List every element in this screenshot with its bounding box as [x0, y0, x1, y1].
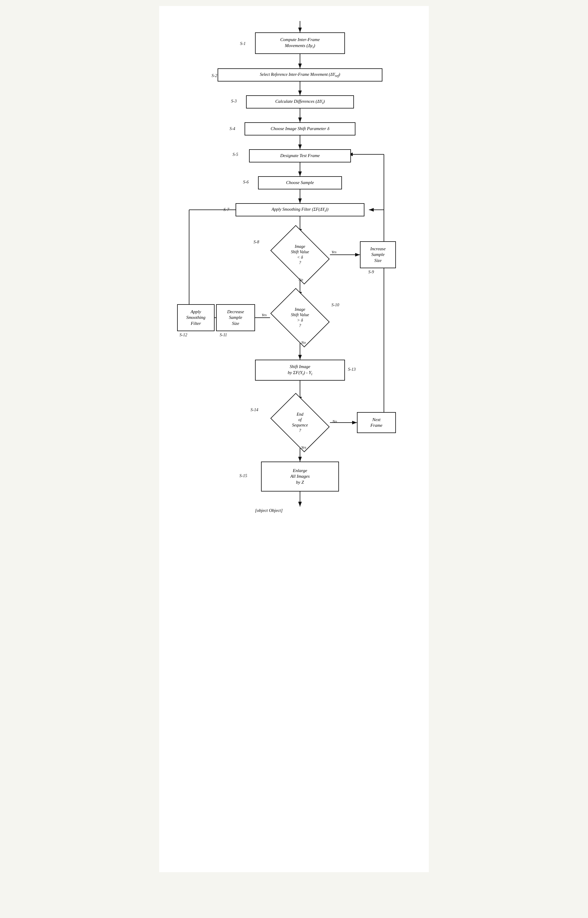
yn-label-s14-yes: Yes	[301, 445, 306, 450]
step-label-s11: S-11	[220, 333, 227, 338]
box-s7-text: Apply Smoothing Filter (ΣF(ΔYi))	[271, 207, 328, 213]
box-s2-text: Select Reference Inter-Frame Movement (Δ…	[260, 72, 340, 78]
box-s4: Choose Image Shift Parameter δ	[244, 122, 355, 136]
box-s2: Select Reference Inter-Frame Movement (Δ…	[218, 68, 383, 81]
box-s9-text: IncreaseSampleSize	[370, 246, 385, 264]
diagram-container: S-1 Compute Inter-FrameMovements (Δyi) S…	[159, 6, 429, 872]
box-s9: IncreaseSampleSize	[360, 241, 396, 268]
box-s3: Calculate Differences (ΔYi)	[246, 95, 354, 108]
box-next-frame-text: NextFrame	[370, 417, 383, 428]
yn-label-s14-no: No	[332, 419, 337, 424]
diamond-s14-label: EndofSequence?	[276, 405, 324, 441]
box-s11-text: DecreaseSampleSize	[227, 309, 244, 326]
diamond-s10: ImageShift Value> δ?	[267, 297, 333, 339]
filtered-image-label: [object Object]	[255, 508, 283, 513]
step-label-s7: S-7	[224, 207, 229, 212]
box-s6: Choose Sample	[258, 176, 342, 189]
box-s15: EnlargeAll Imagesby Z	[261, 462, 339, 491]
box-s1: Compute Inter-FrameMovements (Δyi)	[255, 32, 345, 54]
step-label-s1: S-1	[240, 41, 246, 46]
step-label-s3: S-3	[231, 99, 237, 104]
box-s5: Designate Test Frame	[249, 149, 351, 162]
box-s12-text: ApplySmoothingFilter	[186, 309, 205, 326]
flowchart: S-1 Compute Inter-FrameMovements (Δyi) S…	[165, 15, 423, 854]
step-label-s2: S-2	[212, 73, 217, 78]
step-label-s5: S-5	[233, 152, 238, 157]
step-label-s14: S-14	[250, 407, 258, 412]
box-s15-text: EnlargeAll Imagesby Z	[291, 468, 310, 485]
box-s11: DecreaseSampleSize	[216, 304, 255, 331]
box-s4-text: Choose Image Shift Parameter δ	[271, 126, 330, 132]
diamond-s10-label: ImageShift Value> δ?	[276, 300, 324, 336]
step-label-s8: S-8	[254, 240, 259, 244]
yn-label-s8-yes: Yes	[331, 250, 336, 254]
box-s12: ApplySmoothingFilter	[177, 304, 215, 331]
box-s13-text: Shift Imageby ΣF(Yi) - Yi	[288, 364, 312, 377]
step-label-s12: S-12	[179, 333, 187, 338]
box-s6-text: Choose Sample	[286, 180, 314, 186]
box-s13: Shift Imageby ΣF(Yi) - Yi	[255, 360, 345, 381]
box-s5-text: Designate Test Frame	[280, 153, 320, 159]
step-label-s9: S-9	[368, 270, 374, 275]
step-label-s13: S-13	[348, 367, 356, 372]
yn-label-s8-no: No	[299, 277, 303, 282]
yn-label-s10-yes: Yes	[262, 313, 267, 317]
step-label-s15: S-15	[239, 474, 247, 478]
box-s1-text: Compute Inter-FrameMovements (Δyi)	[280, 37, 320, 50]
diamond-s8: ImageShift Value< δ?	[267, 234, 333, 276]
step-label-s4: S-4	[229, 126, 235, 131]
yn-label-s10-no: No	[301, 340, 306, 345]
diamond-s14: EndofSequence?	[267, 402, 333, 444]
step-label-s6: S-6	[243, 180, 249, 184]
box-s3-text: Calculate Differences (ΔYi)	[275, 99, 325, 105]
box-next-frame: NextFrame	[357, 412, 396, 433]
diamond-s8-label: ImageShift Value< δ?	[276, 237, 324, 273]
box-s7: Apply Smoothing Filter (ΣF(ΔYi))	[236, 203, 364, 217]
